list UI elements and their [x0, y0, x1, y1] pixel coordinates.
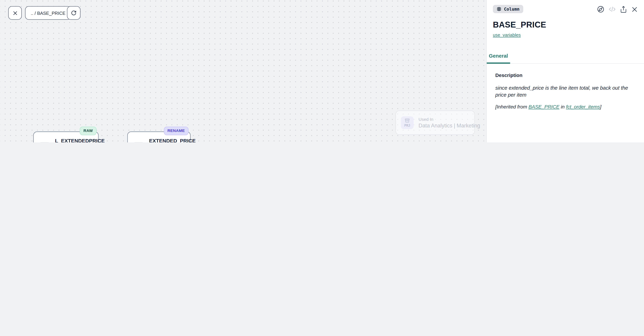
breadcrumb-label: .. / BASE_PRICE	[31, 11, 66, 15]
description-section: Description since extended_price is the …	[495, 72, 636, 110]
code-icon	[608, 6, 616, 13]
share-icon	[620, 6, 627, 13]
chip-label: PRJ	[404, 124, 410, 127]
inherited-column-link[interactable]: BASE_PRICE	[528, 104, 560, 110]
columns-icon	[496, 7, 501, 12]
breadcrumb[interactable]: .. / BASE_PRICE	[25, 6, 71, 20]
node-l-extendedprice[interactable]: RAW COL L_EXTENDEDPRICE tpch_now.lineite…	[33, 132, 98, 142]
share-button[interactable]	[620, 6, 627, 13]
panel-tabs: General	[487, 53, 644, 64]
used-in-title: Data Analytics | Marketing	[418, 123, 480, 129]
description-inherited: [Inherited from BASE_PRICE in fct_order_…	[495, 104, 636, 110]
tab-general[interactable]: General	[487, 53, 510, 64]
lens-badge: RAW	[80, 127, 96, 135]
node-extended-price[interactable]: RENAME COL EXTENDED_PRICE stg_tpch_line_…	[127, 132, 191, 142]
detail-panel: Column BASE_PRICE use_variables Gener	[486, 0, 644, 142]
archive-icon	[405, 118, 410, 123]
close-lineage-button[interactable]	[8, 6, 22, 20]
close-icon	[631, 6, 638, 13]
used-in-node-marketing[interactable]: PRJ Used In Data Analytics | Marketing	[396, 111, 475, 135]
refresh-icon	[71, 10, 77, 16]
project-type-chip: PRJ	[401, 116, 414, 129]
node-title: EXTENDED_PRICE	[149, 138, 196, 142]
entity-type-chip: Column	[493, 5, 523, 13]
description-heading: Description	[495, 72, 636, 78]
inherited-model-link[interactable]: fct_order_items	[566, 104, 600, 110]
description-body: since extended_price is the line item to…	[495, 85, 635, 99]
used-in-label: Used In	[418, 117, 433, 122]
compass-icon	[597, 6, 605, 13]
model-link[interactable]: use_variables	[493, 33, 521, 38]
panel-header: Column	[487, 0, 644, 13]
explore-compass-button[interactable]	[597, 6, 605, 13]
code-view-button[interactable]	[608, 6, 616, 13]
close-panel-button[interactable]	[631, 6, 638, 13]
close-icon	[12, 10, 18, 16]
lineage-app: PRJ Used In Data Analytics | Marketing P…	[0, 0, 644, 142]
node-title: L_EXTENDEDPRICE	[55, 138, 104, 142]
lens-badge: RENAME	[164, 127, 188, 135]
refresh-button[interactable]	[67, 6, 80, 20]
panel-title: BASE_PRICE	[493, 20, 644, 30]
entity-type-label: Column	[504, 7, 520, 12]
